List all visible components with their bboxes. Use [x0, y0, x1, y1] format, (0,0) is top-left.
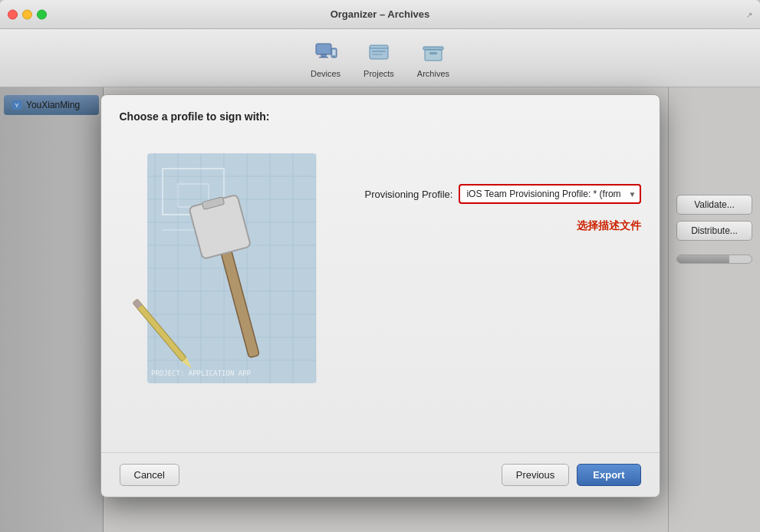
- svg-rect-7: [372, 51, 386, 52]
- title-bar: Organizer – Archives ↗: [0, 0, 760, 29]
- dialog-body: PROJECT: APPLICATION APP: [101, 130, 660, 452]
- svg-rect-4: [332, 50, 335, 55]
- sidebar-item-youxianming[interactable]: Y YouXianMing: [4, 95, 99, 115]
- footer-right: Previous Export: [502, 464, 641, 486]
- projects-label: Projects: [364, 69, 394, 78]
- svg-rect-10: [425, 50, 442, 61]
- provisioning-profile-label: Provisioning Profile:: [365, 189, 453, 200]
- projects-icon: [365, 38, 393, 66]
- validate-button[interactable]: Validate...: [676, 195, 752, 215]
- annotation-text: 选择描述文件: [365, 219, 641, 233]
- app-icon: Y: [12, 100, 22, 110]
- svg-text:Y: Y: [15, 102, 19, 109]
- toolbar-devices[interactable]: Devices: [311, 38, 341, 78]
- illustration: PROJECT: APPLICATION APP: [101, 130, 339, 429]
- minimize-button[interactable]: [22, 9, 32, 19]
- svg-rect-8: [372, 54, 383, 55]
- svg-point-5: [333, 55, 334, 57]
- toolbar-projects[interactable]: Projects: [364, 38, 394, 78]
- svg-rect-9: [423, 47, 443, 50]
- sidebar-item-label: YouXianMing: [26, 100, 80, 110]
- svg-rect-2: [319, 57, 328, 58]
- archives-icon: [419, 38, 447, 66]
- devices-label: Devices: [311, 69, 341, 78]
- cancel-button[interactable]: Cancel: [120, 464, 179, 486]
- toolbar: Devices Projects: [0, 29, 760, 87]
- toolbar-archives[interactable]: Archives: [417, 38, 449, 78]
- svg-rect-0: [316, 44, 331, 54]
- close-button[interactable]: [8, 9, 18, 19]
- archives-label: Archives: [417, 69, 449, 78]
- resize-icon: ↗: [746, 10, 752, 18]
- dialog-footer: Cancel Previous Export: [101, 452, 660, 497]
- svg-rect-11: [429, 52, 437, 54]
- svg-text:PROJECT: APPLICATION APP: PROJECT: APPLICATION APP: [151, 369, 252, 377]
- sidebar: Y YouXianMing: [0, 87, 104, 532]
- distribute-button[interactable]: Distribute...: [676, 221, 752, 241]
- progress-bar-fill: [677, 255, 729, 263]
- profile-row: Provisioning Profile: iOS Team Provision…: [365, 184, 641, 204]
- form-content: Provisioning Profile: iOS Team Provision…: [365, 138, 641, 445]
- progress-bar: [676, 255, 752, 264]
- previous-button[interactable]: Previous: [502, 464, 570, 486]
- dialog-title: Choose a profile to sign with:: [120, 110, 270, 123]
- provisioning-profile-select[interactable]: iOS Team Provisioning Profile: * (from: [459, 184, 640, 204]
- svg-rect-1: [321, 54, 326, 57]
- select-wrapper: iOS Team Provisioning Profile: * (from ▼: [459, 184, 640, 204]
- dialog-header: Choose a profile to sign with:: [101, 95, 660, 130]
- window-title: Organizer – Archives: [331, 8, 430, 20]
- devices-icon: [312, 38, 340, 66]
- maximize-button[interactable]: [37, 9, 47, 19]
- traffic-lights: [8, 9, 47, 19]
- export-button[interactable]: Export: [577, 464, 640, 486]
- blueprint-hammer-svg: PROJECT: APPLICATION APP: [101, 130, 339, 429]
- right-panel: Validate... Distribute...: [668, 87, 760, 532]
- dialog[interactable]: Choose a profile to sign with:: [100, 94, 660, 498]
- dialog-overlay: Choose a profile to sign with:: [0, 29, 760, 532]
